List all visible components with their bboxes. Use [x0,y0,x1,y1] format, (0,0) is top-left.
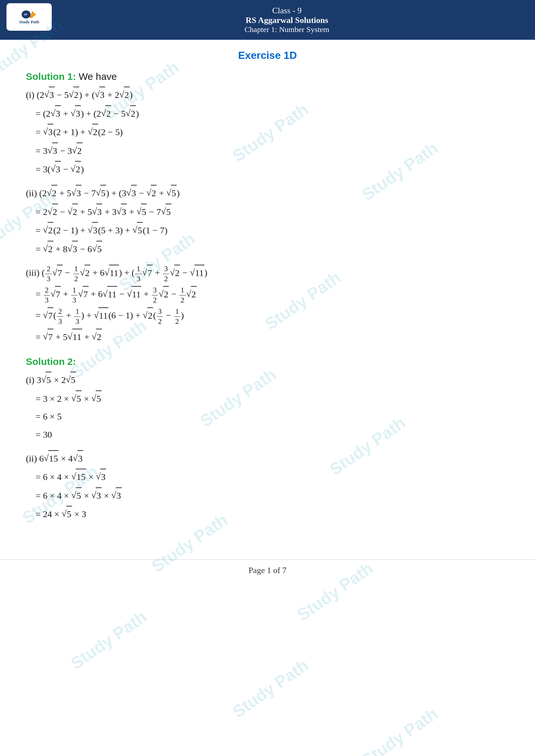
sol1-ii-line3: = 2(2 − 1) + 3(5 + 3) + 5(1 − 7) [26,222,509,238]
solution-1-part-iii-label: (iii) (237 − 122 + 611) + (137 + 322 − 1… [26,264,509,283]
sol2-i-line2: = 3 × 2 × 5 × 5 [26,391,509,407]
page-header: SP Study Path Class - 9 RS Aggarwal Solu… [0,0,535,40]
sol1-ii-line2: = 22 − 2 + 53 + 33 + 5 − 75 [26,203,509,220]
solution-2-section: Solution 2: (i) 35 × 25 = 3 × 2 × 5 × 5 … [26,356,509,522]
exercise-title: Exercise 1D [26,49,509,62]
watermark-14: Study Path [67,607,150,673]
watermark-15: Study Path [229,656,312,722]
logo-icon: SP [21,10,37,19]
sol2-i-line4: = 30 [26,427,509,443]
sol1-i-line4: = 33 − 32 [26,143,509,159]
watermark-16: Study Path [358,704,441,756]
logo-text: Study Path [19,19,39,25]
sol1-iii-line4: = 7 + 511 + 2 [26,329,509,345]
main-content: Exercise 1D Solution 1: We have (i) (23 … [0,40,535,553]
header-title: Class - 9 RS Aggarwal Solutions Chapter … [244,6,329,34]
solution-1-intro: We have [79,71,117,82]
header-book: RS Aggarwal Solutions [244,15,329,25]
sol2-ii-line4: = 24 × 5 × 3 [26,506,509,522]
solution-1-part-ii-label: (ii) (22 + 53 − 75) + (33 − 2 + 5) [26,185,509,201]
sol1-iii-line2: = 237 + 137 + 611 − 11 + 322 − 122 [26,286,509,305]
solution-1-part-i-label: (i) (23 − 52) + (3 + 22) [26,87,509,103]
sol1-i-line2: = (23 + 3) + (22 − 52) [26,105,509,122]
header-chapter: Chapter 1: Number System [244,25,329,34]
solution-2-part-ii-label: (ii) 615 × 43 [26,450,509,466]
sol2-i-line3: = 6 × 5 [26,409,509,424]
svg-text:SP: SP [24,13,27,16]
solution-1-section: Solution 1: We have (i) (23 − 52) + (3 +… [26,71,509,344]
sol1-iii-line3: = 7(23 + 13) + 11(6 − 1) + 2(32 − 12) [26,307,509,326]
solution-2-part-i-label: (i) 35 × 25 [26,372,509,388]
solution-1-heading: Solution 1: We have [26,71,509,82]
logo-area: SP Study Path [7,3,52,31]
solution-2-heading: Solution 2: [26,356,509,367]
sol2-ii-line3: = 6 × 4 × 5 × 3 × 3 [26,487,509,503]
header-class: Class - 9 [244,6,329,15]
sol2-ii-line2: = 6 × 4 × 15 × 3 [26,469,509,485]
sol1-i-line3: = 3(2 + 1) + 2(2 − 5) [26,124,509,140]
sol1-i-line5: = 3(3 − 2) [26,161,509,177]
page-footer: Page 1 of 7 [0,559,535,581]
page-number: Page 1 of 7 [248,566,287,575]
sol1-ii-line4: = 2 + 83 − 65 [26,241,509,257]
